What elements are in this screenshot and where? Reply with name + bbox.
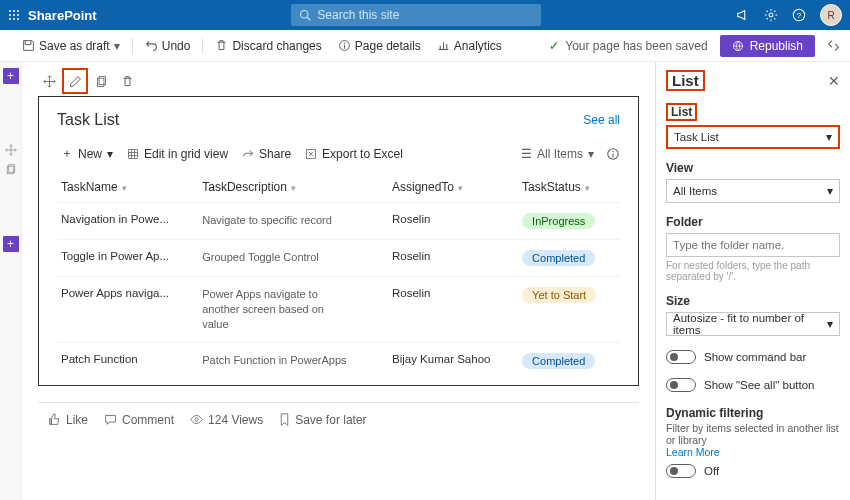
size-field-label: Size xyxy=(666,294,690,308)
edit-webpart-button[interactable] xyxy=(62,68,88,94)
search-input[interactable]: Search this site xyxy=(291,4,541,26)
list-select[interactable]: Task List▾ xyxy=(666,125,840,149)
svg-point-5 xyxy=(17,14,19,16)
svg-point-9 xyxy=(301,11,309,19)
save-icon xyxy=(22,39,35,52)
page-details-button[interactable]: Page details xyxy=(332,33,427,59)
share-button[interactable]: Share xyxy=(242,147,291,161)
chevron-down-icon: ▾ xyxy=(107,147,113,161)
edit-grid-button[interactable]: Edit in grid view xyxy=(127,147,228,161)
republish-button[interactable]: Republish xyxy=(720,35,815,57)
cell-assignedto: Roselin xyxy=(388,240,518,277)
like-button[interactable]: Like xyxy=(48,413,88,427)
show-cmdbar-toggle[interactable] xyxy=(666,350,696,364)
svg-point-3 xyxy=(9,14,11,16)
excel-icon xyxy=(305,148,317,160)
pane-title: List xyxy=(666,70,705,91)
info-icon[interactable] xyxy=(606,147,620,161)
delete-webpart-button[interactable] xyxy=(114,68,140,94)
folder-field-label: Folder xyxy=(666,215,703,229)
show-seeall-label: Show "See all" button xyxy=(704,379,814,391)
col-taskstatus[interactable]: TaskStatus▾ xyxy=(518,172,620,203)
svg-line-10 xyxy=(308,17,311,20)
search-icon xyxy=(299,9,311,21)
move-icon[interactable] xyxy=(5,144,17,156)
list-field-label: List xyxy=(666,103,697,121)
add-webpart-button[interactable]: + xyxy=(3,236,19,252)
suite-header: SharePoint Search this site ? R xyxy=(0,0,850,30)
megaphone-icon[interactable] xyxy=(736,8,750,22)
svg-point-11 xyxy=(769,13,773,17)
view-field-label: View xyxy=(666,161,693,175)
new-item-button[interactable]: ＋New▾ xyxy=(61,145,113,162)
brand-label: SharePoint xyxy=(28,8,97,23)
discard-button[interactable]: Discard changes xyxy=(209,33,327,59)
search-placeholder: Search this site xyxy=(317,8,399,22)
table-row[interactable]: Patch FunctionPatch Function in PowerApp… xyxy=(57,342,620,379)
size-select[interactable]: Autosize - fit to number of items▾ xyxy=(666,312,840,336)
cell-assignedto: Roselin xyxy=(388,277,518,343)
see-all-link[interactable]: See all xyxy=(583,113,620,127)
toggle-off-label: Off xyxy=(704,465,719,477)
col-taskname[interactable]: TaskName▾ xyxy=(57,172,198,203)
folder-input[interactable] xyxy=(666,233,840,257)
view-selector[interactable]: ☰All Items▾ xyxy=(521,147,594,161)
show-cmdbar-label: Show command bar xyxy=(704,351,806,363)
help-icon[interactable]: ? xyxy=(792,8,806,22)
table-row[interactable]: Toggle in Power Ap...Grouped Toggle Cont… xyxy=(57,240,620,277)
svg-point-1 xyxy=(13,10,15,12)
learn-more-link[interactable]: Learn More xyxy=(666,446,840,458)
check-icon: ✓ xyxy=(549,39,559,53)
svg-point-0 xyxy=(9,10,11,12)
view-select[interactable]: All Items▾ xyxy=(666,179,840,203)
thumbs-up-icon xyxy=(48,413,61,426)
cell-taskname: Patch Function xyxy=(57,342,198,379)
list-table: TaskName▾ TaskDescription▾ AssignedTo▾ T… xyxy=(57,172,620,379)
share-icon xyxy=(242,148,254,160)
move-webpart-button[interactable] xyxy=(36,68,62,94)
chevron-down-icon: ▾ xyxy=(827,184,833,198)
trash-icon xyxy=(215,39,228,52)
dynamic-filtering-toggle[interactable] xyxy=(666,464,696,478)
chevron-down-icon: ▾ xyxy=(588,147,594,161)
page-canvas: Task List See all ＋New▾ Edit in grid vie… xyxy=(22,62,655,500)
save-later-button[interactable]: Save for later xyxy=(279,413,366,427)
col-taskdescription[interactable]: TaskDescription▾ xyxy=(198,172,388,203)
cell-taskname: Toggle in Power Ap... xyxy=(57,240,198,277)
col-assignedto[interactable]: AssignedTo▾ xyxy=(388,172,518,203)
eye-icon xyxy=(190,413,203,426)
list-toolbar: ＋New▾ Edit in grid view Share Export to … xyxy=(57,141,620,172)
add-section-button[interactable]: + xyxy=(3,68,19,84)
dynamic-filtering-desc: Filter by items selected in another list… xyxy=(666,422,840,446)
cell-taskstatus: InProgress xyxy=(518,203,620,240)
left-toolbox-rail: + + xyxy=(0,62,22,500)
list-icon: ☰ xyxy=(521,147,532,161)
save-draft-button[interactable]: Save as draft▾ xyxy=(16,33,126,59)
webpart-title: Task List xyxy=(57,111,119,129)
svg-point-4 xyxy=(13,14,15,16)
avatar[interactable]: R xyxy=(820,4,842,26)
duplicate-webpart-button[interactable] xyxy=(88,68,114,94)
svg-point-8 xyxy=(17,18,19,20)
page-command-bar: Save as draft▾ Undo Discard changes Page… xyxy=(0,30,850,62)
collapse-icon[interactable] xyxy=(827,39,840,52)
export-excel-button[interactable]: Export to Excel xyxy=(305,147,403,161)
page-divider xyxy=(38,402,639,403)
analytics-button[interactable]: Analytics xyxy=(431,33,508,59)
social-bar: Like Comment 124 Views Save for later xyxy=(30,413,647,437)
svg-point-26 xyxy=(195,418,198,421)
saved-status: ✓Your page has been saved xyxy=(549,39,707,53)
undo-button[interactable]: Undo xyxy=(139,33,197,59)
chevron-down-icon: ▾ xyxy=(114,39,120,53)
svg-point-15 xyxy=(344,42,345,43)
table-row[interactable]: Power Apps naviga...Power Apps navigate … xyxy=(57,277,620,343)
copy-icon[interactable] xyxy=(5,164,17,176)
comment-button[interactable]: Comment xyxy=(104,413,174,427)
cell-taskdescription: Grouped Toggle Control xyxy=(198,240,388,277)
close-icon[interactable]: ✕ xyxy=(828,73,840,89)
show-seeall-toggle[interactable] xyxy=(666,378,696,392)
table-row[interactable]: Navigation in Powe...Navigate to specifi… xyxy=(57,203,620,240)
app-launcher-icon[interactable] xyxy=(8,9,20,21)
gear-icon[interactable] xyxy=(764,8,778,22)
chevron-down-icon: ▾ xyxy=(826,130,832,144)
